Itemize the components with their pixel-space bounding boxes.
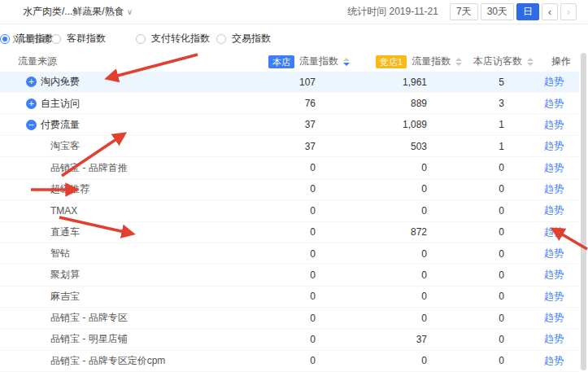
table-row: −付费流量371,0891趋势 — [0, 115, 579, 136]
range-button[interactable]: ‹ — [542, 3, 558, 20]
own-index-value: 0 — [259, 162, 316, 173]
source-label: 超级推荐 — [50, 182, 89, 196]
trend-link[interactable]: 趋势 — [544, 162, 564, 173]
table-row: +淘内免费1071,9615趋势 — [0, 72, 579, 93]
own-metric-label: 流量指数 — [299, 55, 338, 68]
trend-link[interactable]: 趋势 — [544, 247, 564, 259]
metric-radio-option[interactable]: 交易指数 — [216, 32, 271, 46]
own-index-value: 37 — [259, 119, 316, 130]
collapse-minus-icon[interactable]: − — [26, 120, 37, 130]
action-cell: 趋势 — [504, 75, 577, 89]
radio-icon[interactable] — [51, 34, 61, 44]
action-cell: 趋势 — [504, 332, 577, 346]
own-index-value: 107 — [259, 77, 316, 88]
trend-link[interactable]: 趋势 — [544, 140, 564, 151]
visitors-value: 0 — [427, 334, 504, 345]
metric-radio-option[interactable]: 支付转化指数 — [136, 32, 210, 46]
source-label: 聚划算 — [50, 268, 80, 282]
scrollbar-thumb[interactable] — [581, 53, 586, 370]
trend-link[interactable]: 趋势 — [544, 204, 564, 216]
visitors-value: 3 — [427, 98, 504, 109]
source-label: 付费流量 — [41, 118, 80, 132]
trend-link[interactable]: 趋势 — [544, 226, 564, 238]
range-button[interactable]: › — [560, 3, 577, 20]
visitors-value: 0 — [427, 313, 504, 324]
visitors-value: 0 — [427, 355, 504, 366]
action-cell: 趋势 — [504, 268, 577, 282]
trend-link[interactable]: 趋势 — [544, 269, 564, 280]
own-index-value: 0 — [259, 313, 316, 324]
source-label: TMAX — [50, 205, 77, 217]
compare-metric-row: 对比指标 流量指数客群指数支付转化指数交易指数 — [0, 25, 588, 50]
own-index-value: 0 — [259, 226, 316, 238]
radio-label: 流量指数 — [15, 32, 54, 46]
trend-link[interactable]: 趋势 — [544, 355, 564, 366]
trend-link[interactable]: 趋势 — [544, 119, 564, 130]
range-button[interactable]: 30天 — [481, 3, 514, 20]
action-cell: 趋势 — [504, 311, 577, 325]
breadcrumb-label: 水产肉类/...鲜蔬果/熟食 — [23, 5, 124, 19]
table-row: 直通车08720趋势 — [0, 222, 579, 243]
competitor-index-value: 0 — [316, 313, 427, 324]
expand-plus-icon[interactable]: + — [26, 77, 37, 87]
table-row: 品销宝 - 品牌专区000趋势 — [0, 308, 579, 329]
radio-icon[interactable] — [216, 34, 226, 44]
sort-icon[interactable] — [455, 58, 462, 66]
source-cell: 品销宝 - 品牌专区 — [0, 311, 259, 325]
competitor-index-value: 0 — [316, 183, 427, 195]
source-cell: 直通车 — [0, 225, 259, 239]
competitor-index-value: 1,961 — [316, 77, 427, 88]
own-index-value: 0 — [259, 248, 316, 260]
source-cell: 麻吉宝 — [0, 290, 259, 304]
radio-icon[interactable] — [136, 34, 146, 44]
competitor-index-value: 889 — [316, 98, 427, 109]
visitors-value: 0 — [427, 183, 504, 195]
source-label: 品销宝 - 品牌首推 — [50, 161, 128, 175]
visitors-value: 0 — [427, 205, 504, 217]
source-cell: 聚划算 — [0, 268, 259, 282]
competitor-index-value: 503 — [316, 141, 427, 152]
metric-radio-option[interactable]: 客群指数 — [51, 32, 106, 46]
trend-link[interactable]: 趋势 — [544, 291, 564, 302]
metric-radio-option[interactable]: 流量指数 — [0, 32, 54, 46]
category-breadcrumb[interactable]: 水产肉类/...鲜蔬果/熟食 ∨ — [23, 5, 133, 19]
trend-link[interactable]: 趋势 — [544, 183, 564, 195]
table-row: +自主访问768893趋势 — [0, 93, 579, 114]
range-button[interactable]: 日 — [516, 3, 539, 20]
source-cell: 智钻 — [0, 247, 259, 260]
action-cell: 趋势 — [504, 97, 577, 111]
chevron-down-icon: ∨ — [127, 7, 133, 16]
competitor-index-value: 1,089 — [316, 119, 427, 130]
own-index-value: 0 — [259, 334, 316, 345]
sort-icon[interactable] — [343, 58, 350, 66]
sort-icon[interactable] — [527, 58, 534, 66]
trend-link[interactable]: 趋势 — [544, 312, 564, 323]
table-row: 品销宝 - 品牌专区定价cpm000趋势 — [0, 351, 579, 372]
action-cell: 趋势 — [504, 118, 577, 132]
competitor-index-value: 0 — [316, 205, 427, 217]
expand-plus-icon[interactable]: + — [26, 98, 37, 109]
own-index-value: 76 — [259, 98, 316, 109]
trend-link[interactable]: 趋势 — [544, 98, 564, 109]
stat-time-label: 统计时间 2019-11-21 — [347, 5, 438, 19]
source-label: 直通车 — [50, 225, 80, 239]
action-cell: 趋势 — [504, 290, 577, 304]
trend-link[interactable]: 趋势 — [544, 76, 564, 87]
action-cell: 趋势 — [504, 204, 577, 217]
action-cell: 趋势 — [504, 247, 577, 260]
action-cell: 趋势 — [504, 161, 577, 175]
own-index-value: 37 — [259, 141, 316, 152]
source-cell: +淘内免费 — [0, 75, 259, 89]
table-row: 智钻000趋势 — [0, 243, 579, 265]
radio-icon[interactable] — [0, 34, 10, 44]
source-cell: 品销宝 - 品牌首推 — [0, 161, 259, 175]
visitors-value: 0 — [427, 248, 504, 260]
column-action: 操作 — [551, 55, 571, 68]
own-index-value: 0 — [259, 183, 316, 195]
own-index-value: 0 — [259, 269, 316, 281]
visitors-value: 0 — [427, 291, 504, 302]
action-cell: 趋势 — [504, 354, 577, 368]
source-cell: 品销宝 - 品牌专区定价cpm — [0, 354, 259, 368]
range-button[interactable]: 7天 — [450, 3, 478, 20]
trend-link[interactable]: 趋势 — [544, 333, 564, 344]
